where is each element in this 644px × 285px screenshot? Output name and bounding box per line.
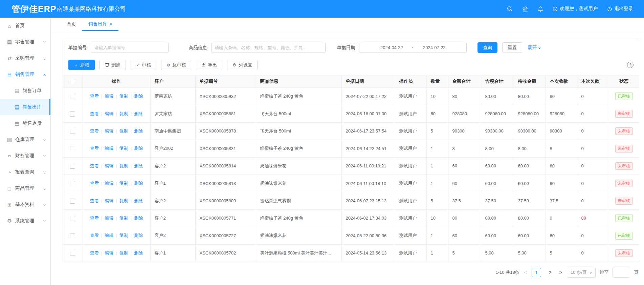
bank-icon[interactable] bbox=[522, 6, 528, 12]
delete-button[interactable]: 删除 bbox=[99, 60, 126, 70]
expand-toggle[interactable]: 展开 ∨ bbox=[528, 45, 541, 51]
row-checkbox[interactable] bbox=[70, 251, 75, 256]
tab-home[interactable]: 首页 bbox=[61, 18, 82, 31]
action-copy[interactable]: 复制 bbox=[119, 163, 128, 168]
action-copy[interactable]: 复制 bbox=[119, 250, 128, 256]
action-copy[interactable]: 复制 bbox=[119, 181, 128, 186]
logout-button[interactable]: 退出登录 bbox=[607, 6, 633, 12]
action-edit[interactable]: 编辑 bbox=[105, 94, 113, 99]
date-range-picker[interactable]: 2024-04-22 ~ 2024-07-22 bbox=[359, 43, 467, 53]
sidebar-item-purchase[interactable]: ⇄采购管理∨ bbox=[0, 50, 50, 66]
action-view[interactable]: 查看 bbox=[90, 233, 99, 238]
action-copy[interactable]: 复制 bbox=[119, 111, 128, 116]
row-checkbox[interactable] bbox=[70, 199, 75, 204]
sidebar-item-sales-return[interactable]: ▤销售退货 bbox=[0, 115, 50, 131]
reset-button[interactable]: 重置 bbox=[502, 42, 522, 53]
row-checkbox[interactable] bbox=[70, 181, 75, 186]
unaudit-button[interactable]: ⊘ 反审核 bbox=[161, 60, 191, 70]
tab-sales-outbound[interactable]: 销售出库 × bbox=[82, 18, 118, 31]
sidebar-item-home[interactable]: ⌂首页 bbox=[0, 18, 50, 34]
next-page-button[interactable]: > bbox=[559, 270, 563, 275]
row-checkbox[interactable] bbox=[70, 146, 75, 151]
action-edit[interactable]: 编辑 bbox=[105, 216, 113, 221]
sidebar-item-sales[interactable]: ⊟销售管理∧ bbox=[0, 66, 50, 83]
action-copy[interactable]: 复制 bbox=[119, 146, 128, 151]
action-edit[interactable]: 编辑 bbox=[105, 128, 113, 134]
action-delete[interactable]: 删除 bbox=[134, 146, 143, 151]
action-delete[interactable]: 删除 bbox=[134, 216, 143, 221]
search-button[interactable]: 查询 bbox=[478, 42, 497, 53]
export-button[interactable]: 导出 bbox=[196, 60, 222, 70]
row-checkbox[interactable] bbox=[70, 216, 75, 221]
select-all-checkbox[interactable] bbox=[70, 79, 75, 84]
action-delete[interactable]: 删除 bbox=[134, 128, 143, 134]
action-view[interactable]: 查看 bbox=[90, 250, 99, 256]
action-edit[interactable]: 编辑 bbox=[105, 250, 113, 256]
action-view[interactable]: 查看 bbox=[90, 94, 99, 99]
action-edit[interactable]: 编辑 bbox=[105, 146, 113, 151]
action-view[interactable]: 查看 bbox=[90, 181, 99, 186]
sidebar-item-label: 基本资料 bbox=[15, 202, 34, 208]
welcome-user[interactable]: 欢迎您，测试用户 bbox=[553, 6, 598, 12]
row-checkbox[interactable] bbox=[70, 111, 75, 117]
row-checkbox[interactable] bbox=[70, 129, 75, 134]
row-checkbox[interactable] bbox=[70, 94, 75, 99]
add-button[interactable]: ＋ 新增 bbox=[68, 60, 95, 70]
action-view[interactable]: 查看 bbox=[90, 163, 99, 168]
close-icon[interactable]: × bbox=[110, 21, 112, 27]
action-delete[interactable]: 删除 bbox=[134, 250, 143, 256]
sidebar-item-report[interactable]: ◔报表查询∨ bbox=[0, 164, 50, 180]
action-copy[interactable]: 复制 bbox=[119, 216, 128, 221]
action-edit[interactable]: 编辑 bbox=[105, 181, 113, 186]
cell-status: 未审核 bbox=[609, 175, 639, 192]
sidebar-item-goods[interactable]: ◻商品管理∨ bbox=[0, 180, 50, 197]
action-copy[interactable]: 复制 bbox=[119, 128, 128, 134]
row-checkbox[interactable] bbox=[70, 164, 75, 169]
jump-input[interactable] bbox=[613, 268, 630, 278]
action-view[interactable]: 查看 bbox=[90, 111, 99, 116]
page-button-1[interactable]: 1 bbox=[532, 268, 541, 277]
action-view[interactable]: 查看 bbox=[90, 216, 99, 221]
plus-icon: ＋ bbox=[74, 63, 78, 67]
search-icon[interactable] bbox=[507, 6, 513, 12]
action-delete[interactable]: 删除 bbox=[134, 94, 143, 99]
action-edit[interactable]: 编辑 bbox=[105, 233, 113, 238]
action-edit[interactable]: 编辑 bbox=[105, 163, 113, 168]
action-copy[interactable]: 复制 bbox=[119, 198, 128, 203]
action-separator: | bbox=[116, 111, 117, 116]
page-button-2[interactable]: 2 bbox=[545, 268, 555, 277]
action-delete[interactable]: 删除 bbox=[134, 163, 143, 168]
sidebar-item-warehouse[interactable]: ▥仓库管理∨ bbox=[0, 131, 50, 148]
doc-no-input[interactable] bbox=[91, 43, 169, 53]
date-from-value[interactable]: 2024-04-22 bbox=[380, 45, 403, 50]
action-copy[interactable]: 复制 bbox=[119, 233, 128, 238]
action-delete[interactable]: 删除 bbox=[134, 181, 143, 186]
sidebar-item-system[interactable]: ⚙系统管理∨ bbox=[0, 213, 50, 229]
sidebar-item-sales-outbound[interactable]: ▤销售出库 bbox=[0, 99, 50, 115]
audit-button[interactable]: ✓ 审核 bbox=[131, 60, 156, 70]
action-edit[interactable]: 编辑 bbox=[105, 198, 113, 203]
product-info-input[interactable] bbox=[211, 43, 326, 53]
date-to-value[interactable]: 2024-07-22 bbox=[423, 45, 446, 50]
row-checkbox[interactable] bbox=[70, 233, 75, 238]
help-icon[interactable]: ? bbox=[627, 62, 634, 68]
action-edit[interactable]: 编辑 bbox=[105, 111, 113, 116]
sidebar-item-basic-data[interactable]: ⊞基本资料∨ bbox=[0, 197, 50, 213]
action-view[interactable]: 查看 bbox=[90, 146, 99, 151]
page-size-select[interactable]: 10 条/页 ∨ bbox=[567, 268, 596, 278]
action-delete[interactable]: 删除 bbox=[134, 198, 143, 203]
sidebar-item-sales-order[interactable]: ▤销售订单 bbox=[0, 83, 50, 99]
action-view[interactable]: 查看 bbox=[90, 128, 99, 134]
action-view[interactable]: 查看 bbox=[90, 198, 99, 203]
prev-page-button[interactable]: < bbox=[524, 270, 528, 275]
action-delete[interactable]: 删除 bbox=[134, 233, 143, 238]
date-separator: ~ bbox=[412, 45, 415, 50]
bell-icon[interactable] bbox=[538, 6, 543, 12]
sidebar-item-finance[interactable]: ¤财务管理∨ bbox=[0, 148, 50, 164]
column-settings-button[interactable]: ⚙ 列设置 bbox=[227, 60, 258, 70]
sidebar-item-retail[interactable]: ▦零售管理∨ bbox=[0, 34, 50, 50]
action-copy[interactable]: 复制 bbox=[119, 94, 128, 99]
action-separator: | bbox=[116, 216, 117, 221]
action-delete[interactable]: 删除 bbox=[134, 111, 143, 116]
sidebar-item-label: 销售管理 bbox=[15, 72, 34, 78]
